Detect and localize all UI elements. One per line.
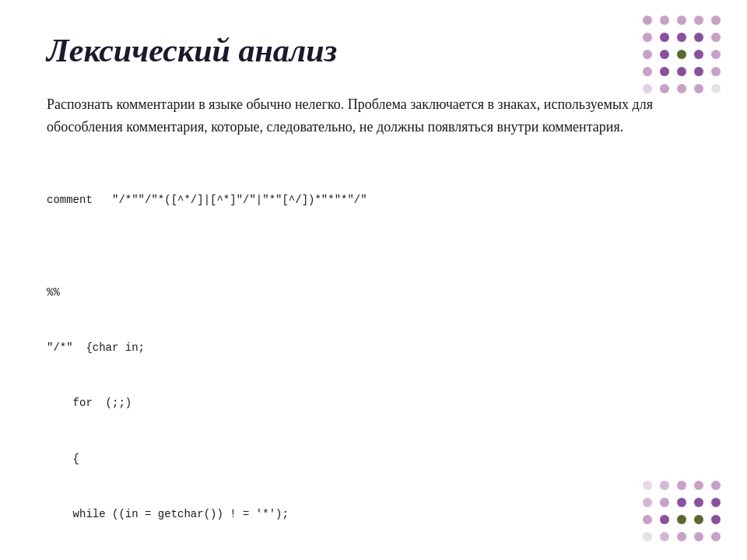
dot bbox=[694, 16, 703, 25]
code-line-3: %% bbox=[47, 284, 700, 303]
code-line-7: while ((in = getchar()) ! = '*'); bbox=[47, 506, 700, 524]
dot bbox=[643, 515, 652, 524]
dot bbox=[711, 50, 721, 59]
dot bbox=[643, 532, 652, 541]
dot bbox=[677, 16, 686, 25]
dot bbox=[660, 16, 669, 25]
dot bbox=[677, 515, 686, 524]
decorative-dots-top-right bbox=[643, 16, 724, 96]
dot bbox=[711, 67, 721, 76]
page: Лексический анализ Распознать комментари… bbox=[0, 0, 747, 560]
dot bbox=[711, 33, 721, 42]
page-title: Лексический анализ bbox=[47, 31, 700, 70]
dot bbox=[643, 67, 652, 76]
dot bbox=[694, 515, 703, 524]
dot bbox=[677, 84, 686, 93]
code-line-6: { bbox=[47, 450, 700, 469]
code-line-1: comment "/*""/"*([^*/]|[^*]"/"|"*"[^/])*… bbox=[47, 191, 700, 210]
body-paragraph: Распознать комментарии в языке обычно не… bbox=[47, 93, 685, 138]
dot bbox=[660, 33, 669, 42]
dot bbox=[643, 50, 652, 59]
dot bbox=[694, 50, 703, 59]
dot bbox=[660, 498, 669, 507]
dot bbox=[677, 33, 686, 42]
dot bbox=[694, 67, 703, 76]
dot bbox=[660, 481, 669, 490]
dot bbox=[643, 16, 652, 25]
dot bbox=[694, 33, 703, 42]
dot bbox=[711, 84, 721, 93]
code-block: comment "/*""/"*([^*/]|[^*]"/"|"*"[^/])*… bbox=[47, 154, 700, 560]
dot bbox=[711, 498, 721, 507]
dot bbox=[677, 481, 686, 490]
dot bbox=[643, 33, 652, 42]
dot bbox=[677, 532, 686, 541]
dot bbox=[660, 50, 669, 59]
dot bbox=[660, 84, 669, 93]
dot bbox=[694, 84, 703, 93]
dot bbox=[694, 498, 703, 507]
decorative-dots-bottom-right bbox=[643, 481, 724, 544]
dot bbox=[677, 67, 686, 76]
code-line-4: "/*" {char in; bbox=[47, 339, 700, 358]
dot bbox=[694, 532, 703, 541]
dot bbox=[660, 67, 669, 76]
dot bbox=[677, 50, 686, 59]
dot bbox=[643, 498, 652, 507]
dot bbox=[711, 532, 721, 541]
dot bbox=[660, 515, 669, 524]
dot bbox=[694, 481, 703, 490]
dot bbox=[711, 16, 721, 25]
dot bbox=[643, 481, 652, 490]
dot bbox=[643, 84, 652, 93]
code-line-5: for (;;) bbox=[47, 394, 700, 413]
dot bbox=[711, 515, 721, 524]
dot bbox=[711, 481, 721, 490]
dot bbox=[660, 532, 669, 541]
dot bbox=[677, 498, 686, 507]
